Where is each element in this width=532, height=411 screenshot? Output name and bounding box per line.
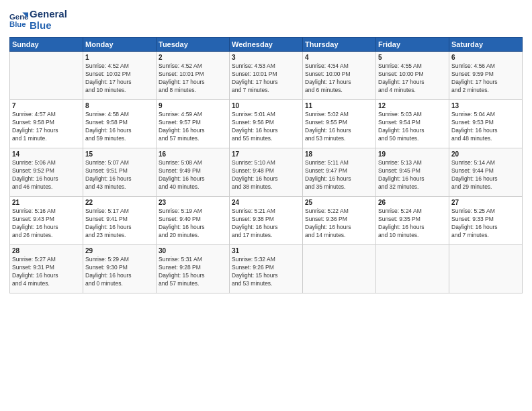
calendar-cell: 25Sunrise: 5:22 AM Sunset: 9:36 PM Dayli… [303, 196, 376, 244]
calendar-cell: 22Sunrise: 5:17 AM Sunset: 9:41 PM Dayli… [83, 196, 157, 244]
calendar-cell: 23Sunrise: 5:19 AM Sunset: 9:40 PM Dayli… [157, 196, 230, 244]
weekday-header: Thursday [303, 37, 376, 51]
calendar-week-row: 28Sunrise: 5:27 AM Sunset: 9:31 PM Dayli… [10, 244, 523, 293]
calendar-cell: 14Sunrise: 5:06 AM Sunset: 9:52 PM Dayli… [10, 148, 83, 196]
svg-text:Blue: Blue [9, 20, 26, 28]
cell-details: Sunrise: 5:19 AM Sunset: 9:40 PM Dayligh… [159, 207, 227, 240]
calendar-cell: 29Sunrise: 5:29 AM Sunset: 9:30 PM Dayli… [83, 244, 157, 293]
logo-blue: Blue [30, 19, 67, 31]
calendar-cell: 16Sunrise: 5:08 AM Sunset: 9:49 PM Dayli… [157, 148, 230, 196]
calendar-cell: 9Sunrise: 4:59 AM Sunset: 9:57 PM Daylig… [157, 99, 230, 148]
weekday-header: Tuesday [157, 37, 230, 51]
day-number: 2 [159, 54, 227, 61]
cell-details: Sunrise: 4:59 AM Sunset: 9:57 PM Dayligh… [159, 110, 227, 143]
cell-details: Sunrise: 4:57 AM Sunset: 9:58 PM Dayligh… [12, 110, 81, 143]
day-number: 16 [159, 150, 227, 158]
calendar-cell [376, 244, 449, 293]
day-number: 21 [12, 199, 81, 206]
weekday-header: Wednesday [230, 37, 303, 51]
calendar-cell: 18Sunrise: 5:11 AM Sunset: 9:47 PM Dayli… [303, 148, 376, 196]
calendar-cell: 6Sunrise: 4:56 AM Sunset: 9:59 PM Daylig… [449, 51, 523, 99]
cell-details: Sunrise: 5:11 AM Sunset: 9:47 PM Dayligh… [305, 158, 373, 191]
cell-details: Sunrise: 5:03 AM Sunset: 9:54 PM Dayligh… [378, 110, 447, 143]
calendar-cell: 4Sunrise: 4:54 AM Sunset: 10:00 PM Dayli… [303, 51, 376, 99]
day-number: 29 [85, 247, 154, 255]
day-number: 19 [378, 150, 447, 158]
cell-details: Sunrise: 5:25 AM Sunset: 9:33 PM Dayligh… [451, 207, 520, 240]
calendar-cell: 30Sunrise: 5:31 AM Sunset: 9:28 PM Dayli… [157, 244, 230, 293]
calendar-cell: 26Sunrise: 5:24 AM Sunset: 9:35 PM Dayli… [376, 196, 449, 244]
calendar-cell: 11Sunrise: 5:02 AM Sunset: 9:55 PM Dayli… [303, 99, 376, 148]
calendar-cell: 7Sunrise: 4:57 AM Sunset: 9:58 PM Daylig… [10, 99, 83, 148]
cell-details: Sunrise: 5:17 AM Sunset: 9:41 PM Dayligh… [85, 207, 154, 240]
calendar-week-row: 1Sunrise: 4:52 AM Sunset: 10:02 PM Dayli… [10, 51, 523, 99]
day-number: 22 [85, 199, 154, 206]
calendar-cell [449, 244, 523, 293]
day-number: 31 [232, 247, 300, 255]
calendar-cell: 2Sunrise: 4:52 AM Sunset: 10:01 PM Dayli… [157, 51, 230, 99]
calendar-cell: 1Sunrise: 4:52 AM Sunset: 10:02 PM Dayli… [83, 51, 157, 99]
calendar-cell: 15Sunrise: 5:07 AM Sunset: 9:51 PM Dayli… [83, 148, 157, 196]
day-number: 11 [305, 102, 373, 109]
cell-details: Sunrise: 4:54 AM Sunset: 10:00 PM Daylig… [305, 62, 373, 95]
cell-details: Sunrise: 4:55 AM Sunset: 10:00 PM Daylig… [378, 62, 447, 95]
day-number: 17 [232, 150, 300, 158]
day-number: 8 [85, 102, 154, 109]
day-number: 5 [378, 54, 447, 61]
day-number: 4 [305, 54, 373, 61]
cell-details: Sunrise: 5:24 AM Sunset: 9:35 PM Dayligh… [378, 207, 447, 240]
cell-details: Sunrise: 5:07 AM Sunset: 9:51 PM Dayligh… [85, 158, 154, 191]
day-number: 24 [232, 199, 300, 206]
logo-icon: General Blue [9, 10, 28, 29]
calendar-cell: 20Sunrise: 5:14 AM Sunset: 9:44 PM Dayli… [449, 148, 523, 196]
cell-details: Sunrise: 5:01 AM Sunset: 9:56 PM Dayligh… [232, 110, 300, 143]
cell-details: Sunrise: 4:56 AM Sunset: 9:59 PM Dayligh… [451, 62, 520, 95]
cell-details: Sunrise: 5:08 AM Sunset: 9:49 PM Dayligh… [159, 158, 227, 191]
cell-details: Sunrise: 5:04 AM Sunset: 9:53 PM Dayligh… [451, 110, 520, 143]
calendar-cell: 31Sunrise: 5:32 AM Sunset: 9:26 PM Dayli… [230, 244, 303, 293]
calendar-week-row: 14Sunrise: 5:06 AM Sunset: 9:52 PM Dayli… [10, 148, 523, 196]
calendar-cell: 12Sunrise: 5:03 AM Sunset: 9:54 PM Dayli… [376, 99, 449, 148]
day-number: 30 [159, 247, 227, 255]
day-number: 13 [451, 102, 520, 109]
cell-details: Sunrise: 5:27 AM Sunset: 9:31 PM Dayligh… [12, 255, 81, 288]
day-number: 12 [378, 102, 447, 109]
weekday-header: Saturday [449, 37, 523, 51]
day-number: 3 [232, 54, 300, 61]
header-row: SundayMondayTuesdayWednesdayThursdayFrid… [10, 37, 523, 51]
weekday-header: Sunday [10, 37, 83, 51]
day-number: 20 [451, 150, 520, 158]
day-number: 26 [378, 199, 447, 206]
cell-details: Sunrise: 5:21 AM Sunset: 9:38 PM Dayligh… [232, 207, 300, 240]
cell-details: Sunrise: 5:02 AM Sunset: 9:55 PM Dayligh… [305, 110, 373, 143]
day-number: 27 [451, 199, 520, 206]
day-number: 23 [159, 199, 227, 206]
calendar-page: General Blue General Blue SundayMondayTu… [0, 0, 532, 411]
calendar-cell: 19Sunrise: 5:13 AM Sunset: 9:45 PM Dayli… [376, 148, 449, 196]
cell-details: Sunrise: 5:22 AM Sunset: 9:36 PM Dayligh… [305, 207, 373, 240]
day-number: 18 [305, 150, 373, 158]
calendar-cell: 10Sunrise: 5:01 AM Sunset: 9:56 PM Dayli… [230, 99, 303, 148]
cell-details: Sunrise: 5:06 AM Sunset: 9:52 PM Dayligh… [12, 158, 81, 191]
cell-details: Sunrise: 5:14 AM Sunset: 9:44 PM Dayligh… [451, 158, 520, 191]
calendar-cell: 21Sunrise: 5:16 AM Sunset: 9:43 PM Dayli… [10, 196, 83, 244]
day-number: 7 [12, 102, 81, 109]
logo: General Blue General Blue [9, 8, 67, 32]
day-number: 14 [12, 150, 81, 158]
day-number: 15 [85, 150, 154, 158]
cell-details: Sunrise: 5:31 AM Sunset: 9:28 PM Dayligh… [159, 255, 227, 288]
logo-general: General [30, 8, 67, 19]
day-number: 28 [12, 247, 81, 255]
cell-details: Sunrise: 5:29 AM Sunset: 9:30 PM Dayligh… [85, 255, 154, 288]
day-number: 9 [159, 102, 227, 109]
calendar-week-row: 7Sunrise: 4:57 AM Sunset: 9:58 PM Daylig… [10, 99, 523, 148]
calendar-cell: 28Sunrise: 5:27 AM Sunset: 9:31 PM Dayli… [10, 244, 83, 293]
cell-details: Sunrise: 5:13 AM Sunset: 9:45 PM Dayligh… [378, 158, 447, 191]
day-number: 25 [305, 199, 373, 206]
cell-details: Sunrise: 4:52 AM Sunset: 10:02 PM Daylig… [85, 62, 154, 95]
calendar-cell: 13Sunrise: 5:04 AM Sunset: 9:53 PM Dayli… [449, 99, 523, 148]
cell-details: Sunrise: 5:32 AM Sunset: 9:26 PM Dayligh… [232, 255, 300, 288]
cell-details: Sunrise: 5:10 AM Sunset: 9:48 PM Dayligh… [232, 158, 300, 191]
day-number: 6 [451, 54, 520, 61]
calendar-cell [10, 51, 83, 99]
